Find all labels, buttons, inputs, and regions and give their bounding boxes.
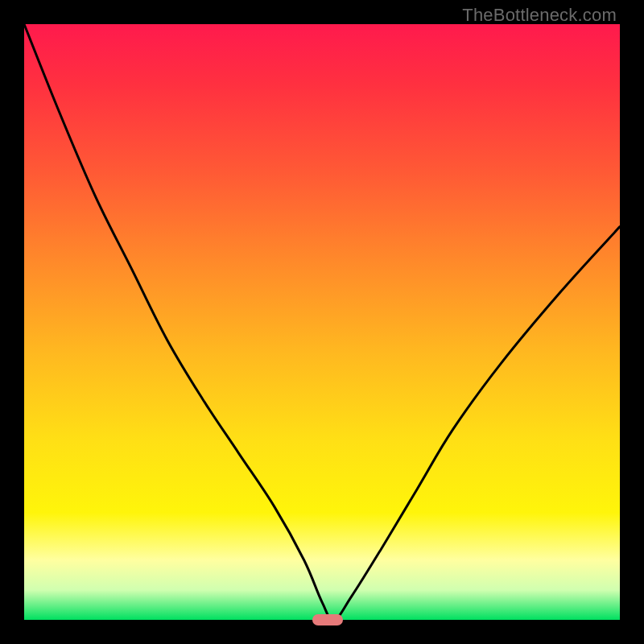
chart-frame: TheBottleneck.com [0,0,644,644]
bottleneck-curve [24,24,620,620]
plot-area [24,24,620,620]
minimum-marker [312,614,343,625]
watermark-text: TheBottleneck.com [462,5,617,26]
curve-path [24,24,620,620]
